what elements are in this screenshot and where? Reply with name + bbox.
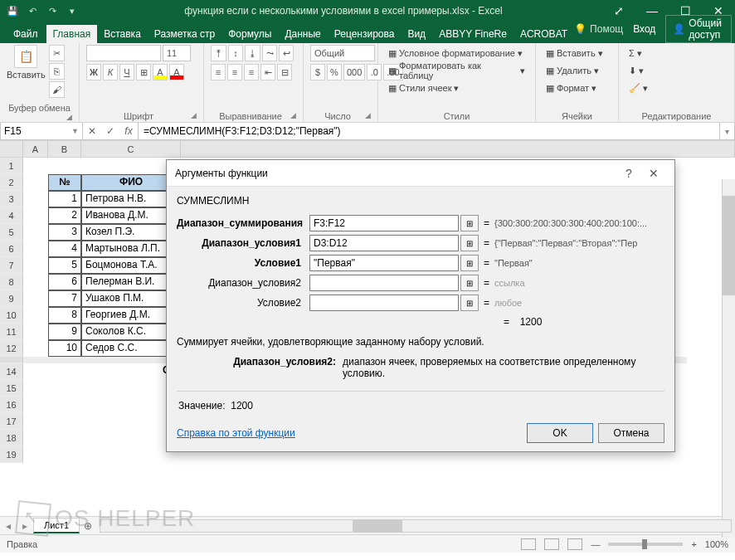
col-header[interactable]: C: [81, 141, 181, 157]
delete-cells-button[interactable]: ▦ Удалить ▾: [543, 62, 602, 79]
enter-formula-icon[interactable]: ✓: [101, 125, 119, 137]
sheet-nav-prev-icon[interactable]: ◂: [0, 520, 17, 532]
range-picker-icon[interactable]: ⊞: [460, 215, 479, 231]
select-all-corner[interactable]: [0, 141, 23, 157]
comma-icon[interactable]: 000: [343, 64, 365, 80]
fill-color-button[interactable]: A: [153, 64, 168, 80]
arg-input[interactable]: [309, 255, 459, 271]
fx-icon[interactable]: fx: [119, 125, 138, 137]
format-cells-button[interactable]: ▦ Формат ▾: [543, 80, 600, 96]
cell[interactable]: 8: [48, 307, 81, 324]
tab-data[interactable]: Данные: [278, 25, 327, 43]
tab-formulas[interactable]: Формулы: [221, 25, 278, 43]
tab-view[interactable]: Вид: [401, 25, 432, 43]
row-header[interactable]: 1: [0, 158, 23, 174]
row-header[interactable]: 10: [0, 307, 23, 324]
fill-icon[interactable]: ⬇ ▾: [625, 62, 647, 79]
border-button[interactable]: ⊞: [136, 64, 151, 80]
tab-layout[interactable]: Разметка стр: [148, 25, 221, 43]
currency-icon[interactable]: $: [310, 64, 325, 80]
align-middle-icon[interactable]: ↕: [228, 45, 243, 61]
cancel-button[interactable]: Отмена: [598, 423, 664, 443]
row-header[interactable]: 17: [0, 413, 23, 430]
tell-me[interactable]: 💡 Помощ: [574, 23, 623, 35]
row-header[interactable]: 11: [0, 324, 23, 340]
clear-icon[interactable]: 🧹 ▾: [625, 80, 651, 96]
cancel-formula-icon[interactable]: ✕: [83, 125, 101, 137]
row-header[interactable]: 18: [0, 430, 23, 446]
page-break-view-icon[interactable]: [567, 538, 582, 550]
range-picker-icon[interactable]: ⊞: [460, 275, 479, 291]
col-header[interactable]: B: [48, 141, 81, 157]
font-color-button[interactable]: A: [169, 64, 184, 80]
sheet-tab[interactable]: Лист1: [33, 518, 80, 533]
dialog-launcher-icon[interactable]: ◢: [66, 113, 72, 121]
wrap-text-icon[interactable]: ↩: [279, 45, 294, 61]
cell[interactable]: 4: [48, 241, 81, 257]
row-header[interactable]: 9: [0, 290, 23, 307]
cell[interactable]: 9: [48, 324, 81, 340]
tab-review[interactable]: Рецензирова: [328, 25, 402, 43]
align-left-icon[interactable]: ≡: [211, 64, 226, 80]
row-header[interactable]: 4: [0, 207, 23, 224]
vertical-scrollbar[interactable]: [722, 179, 735, 538]
format-as-table-button[interactable]: ▦ Форматировать как таблицу ▾: [385, 62, 528, 79]
qat-customize-icon[interactable]: ▾: [63, 2, 81, 20]
range-picker-icon[interactable]: ⊞: [460, 255, 479, 271]
number-format-select[interactable]: Общий: [310, 45, 375, 61]
sheet-nav-next-icon[interactable]: ▸: [17, 520, 33, 532]
autosum-icon[interactable]: Σ ▾: [625, 45, 645, 61]
formula-expand-icon[interactable]: ▾: [720, 123, 735, 140]
zoom-out-icon[interactable]: —: [591, 539, 600, 549]
row-header[interactable]: 7: [0, 257, 23, 274]
tab-insert[interactable]: Вставка: [97, 25, 148, 43]
orientation-icon[interactable]: ⤳: [262, 45, 277, 61]
dialog-launcher-icon[interactable]: ◢: [365, 111, 371, 119]
cell[interactable]: 2: [48, 207, 81, 224]
tab-file[interactable]: Файл: [5, 25, 46, 43]
copy-icon[interactable]: ⎘: [49, 63, 65, 80]
range-picker-icon[interactable]: ⊞: [460, 295, 479, 311]
underline-button[interactable]: Ч: [119, 64, 134, 80]
arg-input[interactable]: [309, 215, 459, 231]
page-layout-view-icon[interactable]: [544, 538, 559, 550]
align-center-icon[interactable]: ≡: [227, 64, 242, 80]
zoom-level[interactable]: 100%: [705, 539, 728, 549]
add-sheet-icon[interactable]: ⊕: [80, 520, 96, 532]
chevron-down-icon[interactable]: ▼: [71, 127, 79, 135]
cell[interactable]: 1: [48, 191, 81, 207]
tab-home[interactable]: Главная: [46, 25, 98, 43]
row-header[interactable]: 16: [0, 397, 23, 413]
horizontal-scrollbar[interactable]: [100, 519, 732, 533]
font-size-select[interactable]: 11: [163, 45, 191, 61]
col-header[interactable]: A: [23, 141, 48, 157]
cell[interactable]: №: [48, 174, 81, 191]
cell-styles-button[interactable]: ▦ Стили ячеек ▾: [385, 80, 462, 96]
cut-icon[interactable]: ✂: [49, 45, 65, 61]
paste-button[interactable]: 📋 Вставить: [7, 45, 46, 80]
qat-redo-icon[interactable]: ↷: [43, 2, 61, 20]
row-header[interactable]: 8: [0, 274, 23, 290]
conditional-formatting-button[interactable]: ▦ Условное форматирование ▾: [385, 45, 526, 61]
insert-cells-button[interactable]: ▦ Вставить ▾: [543, 45, 606, 61]
bold-button[interactable]: Ж: [86, 64, 101, 80]
italic-button[interactable]: К: [103, 64, 118, 80]
row-header[interactable]: [0, 357, 23, 363]
indent-decrease-icon[interactable]: ⇤: [260, 64, 275, 80]
tab-abbyy[interactable]: ABBYY FineRe: [432, 25, 514, 43]
align-bottom-icon[interactable]: ⭳: [245, 45, 260, 61]
cell[interactable]: 10: [48, 340, 81, 357]
row-header[interactable]: 5: [0, 224, 23, 241]
col-header[interactable]: [181, 141, 735, 157]
row-header[interactable]: 2: [0, 174, 23, 191]
format-painter-icon[interactable]: 🖌: [49, 81, 65, 98]
cell[interactable]: 6: [48, 274, 81, 290]
align-right-icon[interactable]: ≡: [244, 64, 259, 80]
dialog-launcher-icon[interactable]: ◢: [290, 111, 296, 119]
sign-in[interactable]: Вход: [626, 20, 662, 38]
ok-button[interactable]: OK: [527, 423, 593, 443]
align-top-icon[interactable]: ⭱: [211, 45, 226, 61]
row-header[interactable]: 6: [0, 241, 23, 257]
arg-input[interactable]: [309, 295, 459, 311]
row-header[interactable]: 14: [0, 363, 23, 380]
